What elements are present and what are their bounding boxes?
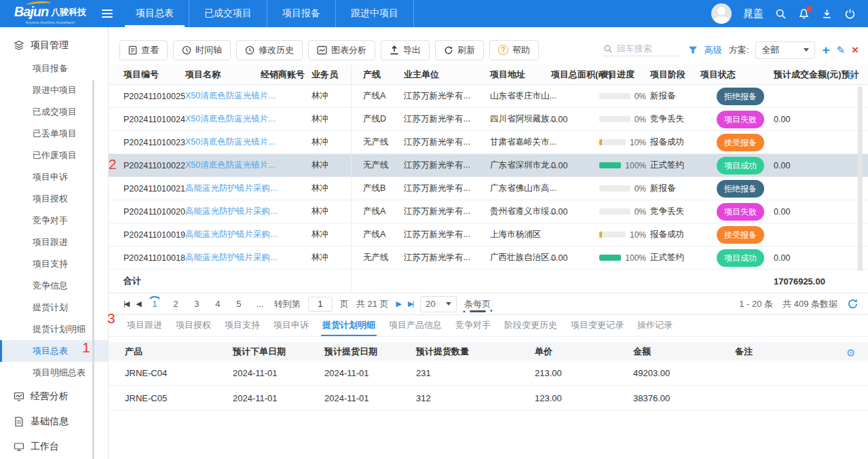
timeline-button-label: 时间轴 — [195, 44, 222, 56]
detail-tab[interactable]: 项目跟进 — [126, 315, 164, 336]
top-nav-tab[interactable]: 跟进中项目 — [336, 0, 414, 27]
col-project-status[interactable]: 项目状态 — [696, 69, 745, 81]
filter-funnel-icon[interactable] — [688, 45, 698, 55]
col-project-progress[interactable]: 项目进度 — [596, 69, 646, 81]
panel-splitter-handle[interactable]: ▲ ▼ — [462, 309, 493, 313]
dcol-note[interactable]: 备注 — [730, 346, 842, 358]
col-project-id[interactable]: 项目编号 — [109, 69, 180, 81]
table-row[interactable]: P202411010019 高能蓝光防护镜片采购... 林冲 产线A 江苏万新光… — [109, 223, 868, 246]
refresh-data-icon[interactable] — [847, 298, 858, 310]
collapse-up-icon[interactable]: ▲ — [462, 309, 466, 313]
top-nav-tab[interactable]: 项目总表 — [121, 0, 189, 27]
project-name-link[interactable]: 高能蓝光防护镜片采购... — [185, 206, 277, 216]
next-page-button[interactable]: ▶ — [396, 299, 400, 308]
progress-bar — [599, 232, 626, 238]
sidebar-scrollbar[interactable] — [92, 80, 94, 459]
dcol-price[interactable]: 单价 — [529, 346, 628, 358]
project-name-link[interactable]: X50清底色防蓝光镜片... — [185, 91, 276, 100]
page-number[interactable]: 5 — [232, 297, 246, 311]
scheme-select[interactable]: 全部 — [755, 41, 815, 59]
table-row[interactable]: P202411010020 高能蓝光防护镜片采购... 林冲 产线A 江苏万新光… — [109, 200, 868, 223]
last-page-button[interactable]: ▶| — [408, 299, 413, 308]
detail-tab[interactable]: 阶段变更历史 — [503, 315, 559, 336]
col-salesman[interactable]: 业务员 — [307, 65, 352, 84]
sidebar-section-project-mgmt[interactable]: 项目管理 — [0, 33, 108, 58]
dcol-qty[interactable]: 预计提货数量 — [411, 346, 529, 358]
user-name[interactable]: 晁盖 — [743, 7, 763, 20]
prev-page-button[interactable]: ◀ — [136, 299, 140, 308]
help-button[interactable]: ? 帮助 — [489, 40, 539, 60]
page-size-select[interactable]: 20 — [420, 296, 457, 312]
dcol-product[interactable]: 产品 — [109, 346, 227, 358]
view-button[interactable]: 查看 — [119, 40, 168, 60]
table-row[interactable]: P202411010021 高能蓝光防护镜片采购... 林冲 产线B 江苏万新光… — [109, 177, 868, 200]
detail-tab[interactable]: 项目申诉 — [272, 315, 310, 336]
search-icon[interactable] — [775, 8, 787, 20]
detail-tab[interactable]: 项目支持 — [223, 315, 261, 336]
page-number[interactable]: 1 — [148, 297, 162, 311]
table-row[interactable]: P202411010024 X50清底色防蓝光镜片... 林冲 产线D 江苏万新… — [109, 108, 868, 131]
page-number[interactable]: 3 — [190, 297, 204, 311]
col-project-name[interactable]: 项目名称 — [180, 69, 257, 81]
edit-scheme-icon[interactable]: ✎ — [836, 44, 845, 56]
hamburger-menu-icon[interactable] — [102, 7, 114, 20]
table-scrollbar[interactable] — [858, 86, 863, 271]
cell-amount: 0.00 — [745, 161, 842, 170]
table-row[interactable]: P202411010018 高能蓝光防护镜片采购... 林冲 无产线 江苏万新光… — [109, 246, 868, 270]
project-name-link[interactable]: X50清底色防蓝光镜片... — [185, 160, 276, 170]
project-name-link[interactable]: 高能蓝光防护镜片采购... — [185, 230, 277, 239]
goto-page-input[interactable] — [308, 297, 333, 312]
detail-row[interactable]: JRNE-C04 2024-11-01 2024-11-01 231 213.0… — [109, 361, 868, 386]
bell-icon[interactable] — [798, 8, 810, 20]
download-icon[interactable] — [821, 8, 833, 20]
dcol-amount[interactable]: 金额 — [628, 346, 730, 358]
dcol-order-date[interactable]: 预计下单日期 — [227, 346, 319, 358]
detail-settings-gear-icon[interactable]: ⚙ — [846, 347, 855, 359]
page-number[interactable]: ... — [253, 297, 267, 311]
add-scheme-icon[interactable]: + — [822, 43, 829, 56]
export-button[interactable]: 导出 — [381, 40, 430, 60]
col-expected-amount[interactable]: 预计成交金额(元) — [745, 69, 842, 81]
sidebar-item[interactable]: 项目报备 — [0, 58, 108, 79]
detail-tab[interactable]: 操作记录 — [636, 315, 674, 336]
col-project-stage[interactable]: 项目阶段 — [646, 69, 696, 81]
timeline-button[interactable]: 时间轴 — [173, 40, 231, 60]
detail-tab[interactable]: 提货计划明细 — [321, 315, 377, 336]
project-name-link[interactable]: X50清底色防蓝光镜片... — [185, 137, 276, 147]
top-nav-tab[interactable]: 已成交项目 — [189, 0, 267, 27]
chart-analysis-button[interactable]: 图表分析 — [308, 40, 375, 60]
table-settings-gear-icon[interactable]: ⚙ — [846, 70, 855, 82]
detail-row[interactable]: JRNE-C05 2024-11-01 2024-11-01 312 123.0… — [109, 386, 868, 411]
page-number[interactable]: 4 — [211, 297, 225, 311]
splitter-bar[interactable] — [470, 310, 486, 312]
detail-tab[interactable]: 项目授权 — [174, 315, 212, 336]
dcol-pickup-date[interactable]: 预计提货日期 — [319, 346, 411, 358]
history-button[interactable]: 修改历史 — [236, 40, 303, 60]
delete-scheme-icon[interactable]: × — [852, 44, 858, 56]
page-number[interactable]: 2 — [169, 297, 183, 311]
table-row[interactable]: P202411010025 X50清底色防蓝光镜片... 林冲 产线A 江苏万新… — [109, 85, 868, 108]
power-icon[interactable] — [844, 8, 856, 20]
search-input[interactable] — [617, 43, 681, 54]
refresh-button[interactable]: 刷新 — [435, 40, 484, 60]
collapse-down-icon[interactable]: ▼ — [489, 309, 493, 313]
detail-tab[interactable]: 项目产品信息 — [388, 315, 443, 336]
project-name-link[interactable]: 高能蓝光防护镜片采购... — [185, 253, 277, 262]
col-owner-unit[interactable]: 业主单位 — [399, 69, 482, 81]
project-name-link[interactable]: 高能蓝光防护镜片采购... — [185, 183, 277, 193]
detail-tab[interactable]: 项目变更记录 — [569, 315, 625, 336]
detail-tab[interactable]: 竞争对手 — [454, 315, 492, 336]
col-dealer-account[interactable]: 经销商账号 — [257, 69, 307, 81]
advanced-search-link[interactable]: 高级 — [704, 44, 722, 56]
table-row[interactable]: P202411010022 X50清底色防蓝光镜片... 林冲 无产线 江苏万新… — [109, 154, 868, 177]
col-total-area[interactable]: 项目总面积(m²) — [544, 69, 596, 81]
first-page-button[interactable]: |◀ — [124, 299, 128, 308]
col-product-line[interactable]: 产线 — [352, 69, 399, 81]
cell-amount: 0.00 — [745, 207, 842, 217]
notification-dot — [806, 6, 812, 12]
project-name-link[interactable]: X50清底色防蓝光镜片... — [185, 114, 276, 124]
top-nav-tab[interactable]: 项目报备 — [267, 0, 336, 27]
table-row[interactable]: P202411010023 X50清底色防蓝光镜片... 林冲 无产线 江苏万新… — [109, 131, 868, 154]
col-project-address[interactable]: 项目地址 — [482, 69, 544, 81]
avatar[interactable] — [711, 3, 732, 24]
